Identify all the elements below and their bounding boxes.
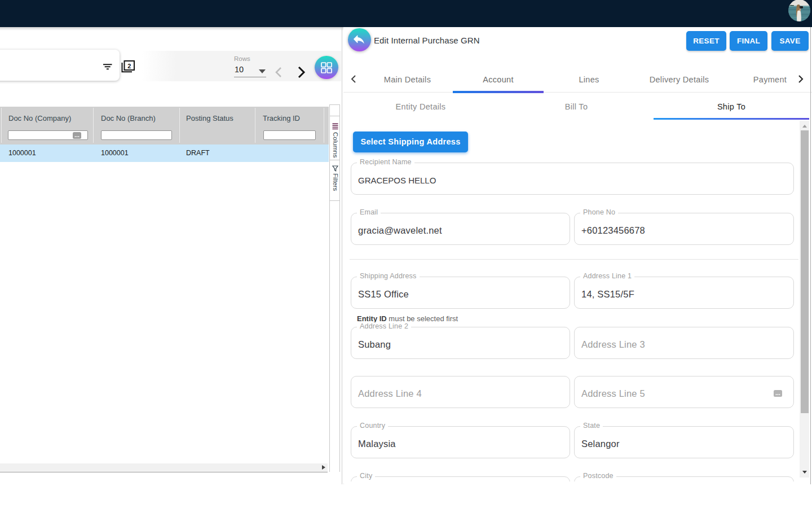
svg-text:2: 2	[127, 63, 131, 69]
